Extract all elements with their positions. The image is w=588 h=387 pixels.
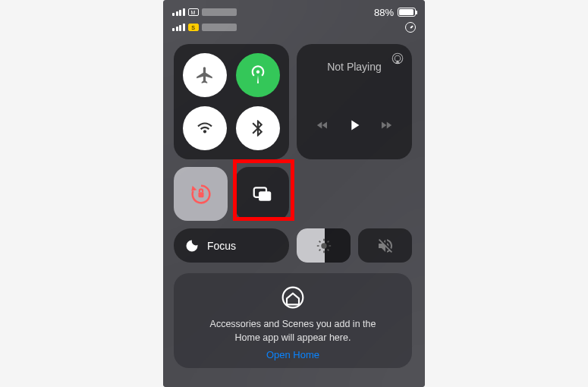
moon-icon	[184, 238, 200, 253]
sun-icon	[316, 238, 332, 254]
connectivity-module	[174, 44, 289, 159]
svg-rect-2	[198, 192, 203, 197]
wifi-icon	[195, 118, 215, 138]
bluetooth-icon	[248, 118, 268, 138]
battery-icon	[398, 8, 416, 17]
svg-rect-4	[259, 191, 271, 201]
phone-screen: M 88% S	[163, 0, 425, 387]
sim1-indicator: M	[188, 8, 199, 16]
screen-mirroring-icon	[251, 183, 274, 206]
media-controls	[307, 117, 401, 149]
media-play-button[interactable]	[346, 117, 363, 137]
signal-sim1-icon	[172, 8, 185, 16]
svg-line-12	[319, 249, 320, 250]
screen-mirroring-button[interactable]	[235, 167, 289, 221]
carrier-name-redacted	[202, 8, 237, 16]
volume-slider[interactable]	[358, 228, 412, 263]
home-icon	[281, 285, 305, 310]
cellular-data-button[interactable]	[236, 53, 280, 97]
status-bar: M 88% S	[163, 0, 425, 38]
svg-point-5	[321, 243, 326, 248]
wifi-button[interactable]	[183, 106, 227, 150]
airplay-audio-icon	[391, 52, 404, 65]
orientation-lock-button[interactable]	[174, 167, 228, 221]
timer-icon	[405, 22, 416, 33]
home-module: Accessories and Scenes you add in the Ho…	[174, 273, 412, 368]
bluetooth-button[interactable]	[236, 106, 280, 150]
control-center: Not Playing	[163, 38, 425, 374]
signal-sim2-icon	[172, 24, 185, 31]
open-home-link[interactable]: Open Home	[266, 349, 319, 360]
media-module[interactable]: Not Playing	[297, 44, 412, 159]
brightness-slider[interactable]	[297, 228, 351, 263]
media-title: Not Playing	[307, 61, 401, 73]
home-empty-message: Accessories and Scenes you add in the Ho…	[210, 317, 376, 345]
focus-button[interactable]: Focus	[174, 228, 289, 263]
volume-mute-icon	[376, 237, 395, 255]
sim2-indicator: S	[188, 24, 199, 31]
airplane-mode-button[interactable]	[183, 53, 227, 97]
antenna-icon	[248, 65, 268, 85]
media-prev-button[interactable]	[316, 118, 329, 135]
carrier-name-2-redacted	[202, 24, 237, 31]
svg-line-10	[319, 241, 320, 242]
media-next-button[interactable]	[379, 118, 393, 135]
svg-line-11	[327, 249, 329, 250]
rotation-lock-icon	[188, 181, 214, 207]
focus-label: Focus	[207, 240, 236, 252]
svg-line-13	[327, 241, 329, 242]
airplane-icon	[195, 65, 215, 85]
battery-percent: 88%	[374, 7, 394, 18]
